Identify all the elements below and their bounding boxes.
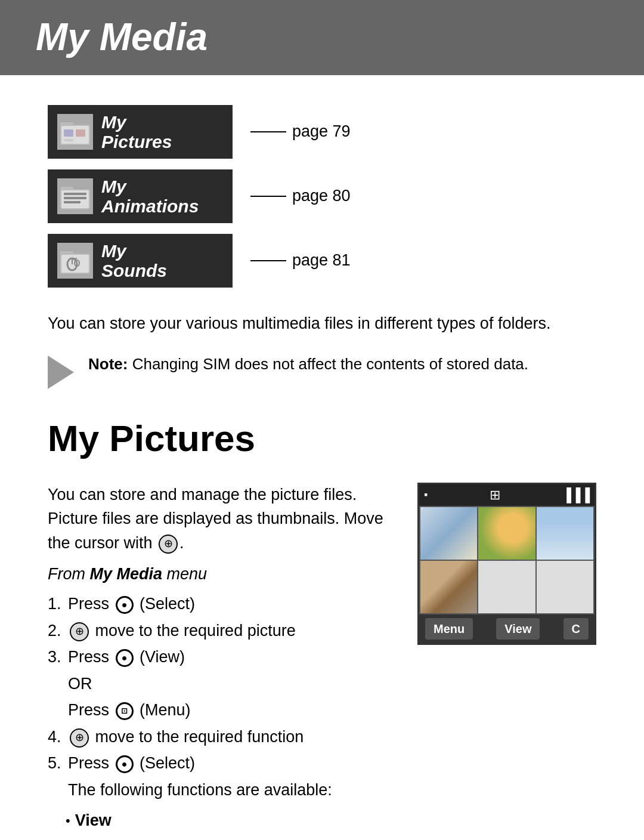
nav-icon-step4: ⊕ (70, 728, 89, 748)
svg-rect-3 (64, 129, 73, 137)
step-functions-header: The following functions are available: (48, 778, 394, 802)
animations-label: My Animations (101, 177, 199, 216)
svg-rect-10 (64, 197, 86, 199)
my-sounds-button[interactable]: My Sounds (48, 234, 233, 288)
step-1: 1. Press ● (Select) (48, 592, 394, 616)
sounds-page-ref: page 81 (250, 249, 351, 272)
thumbnails-grid (419, 506, 595, 614)
thumbnail-1 (420, 507, 477, 560)
pictures-label: My Pictures (101, 112, 172, 152)
pictures-page-ref: page 79 (250, 121, 351, 143)
note-1-text: Note: Changing SIM does not affect the c… (88, 353, 528, 376)
pictures-folder-svg (59, 118, 91, 146)
col-left: You can store and manage the picture fil… (48, 483, 394, 840)
pictures-two-col: You can store and manage the picture fil… (48, 483, 596, 840)
thumbnail-4 (420, 561, 477, 613)
softkey-menu[interactable]: Menu (425, 618, 473, 640)
menu-row-sounds: My Sounds page 81 (48, 234, 596, 288)
view-button-icon: ● (116, 649, 134, 667)
animations-folder-svg (59, 182, 91, 211)
menu-row-animations: My Animations page 80 (48, 169, 596, 223)
phone-statusbar: ▪ ⊞ ▐▐▐ (419, 484, 595, 506)
svg-rect-9 (64, 193, 86, 195)
svg-rect-4 (76, 129, 85, 137)
step-5: 5. Press ● (Select) (48, 751, 394, 776)
animations-page-ref: page 80 (250, 185, 351, 208)
svg-rect-11 (64, 201, 80, 203)
menu-button-icon: ⊡ (116, 702, 134, 720)
header-title: My Media (36, 16, 208, 58)
sounds-label: My Sounds (101, 241, 167, 280)
phone-softkeys: Menu View C (419, 614, 595, 643)
animations-icon (57, 178, 93, 214)
phone-screenshot-col: ▪ ⊞ ▐▐▐ Menu View C (417, 483, 596, 840)
signal-icon: ⊞ (490, 486, 500, 505)
my-animations-button[interactable]: My Animations (48, 169, 233, 223)
pictures-icon (57, 114, 93, 150)
select2-button-icon: ● (116, 755, 134, 773)
func-create-mms: • Create MMS (66, 833, 394, 840)
step-or: OR (48, 672, 394, 696)
svg-rect-5 (64, 139, 73, 141)
note-arrow-icon (48, 356, 74, 389)
nav-cursor-icon: ⊕ (159, 535, 178, 554)
sounds-icon (57, 243, 93, 279)
note-box-1: Note: Changing SIM does not affect the c… (48, 353, 596, 389)
step-menu: Press ⊡ (Menu) (48, 698, 394, 722)
step-2: 2. ⊕ move to the required picture (48, 619, 394, 643)
sounds-folder-svg (59, 246, 91, 275)
my-pictures-heading: My Pictures (48, 413, 596, 465)
step-4: 4. ⊕ move to the required function (48, 725, 394, 749)
my-pictures-button[interactable]: My Pictures (48, 105, 233, 159)
func-view: • View (66, 808, 394, 833)
intro-text: You can store your various multimedia fi… (48, 311, 596, 336)
nav-icon-step2: ⊕ (70, 622, 89, 641)
thumbnail-2 (478, 507, 535, 560)
phone-screen: ▪ ⊞ ▐▐▐ Menu View C (417, 483, 596, 645)
page-header: My Media (0, 0, 644, 75)
functions-list: • View • Create MMS • Set as wallpaper •… (48, 808, 394, 840)
main-content: My Pictures page 79 (0, 75, 644, 840)
steps-list: 1. Press ● (Select) 2. ⊕ move to the req… (48, 592, 394, 802)
thumbnail-6 (537, 561, 593, 613)
select-button-icon: ● (116, 596, 134, 614)
softkey-view[interactable]: View (496, 618, 540, 640)
thumbnail-5 (478, 561, 535, 613)
battery-icon: ▪ (424, 487, 428, 502)
from-menu-label: From My Media menu (48, 563, 394, 586)
menu-row-pictures: My Pictures page 79 (48, 105, 596, 159)
step-3: 3. Press ● (View) (48, 645, 394, 669)
pictures-body-text: You can store and manage the picture fil… (48, 483, 394, 555)
softkey-c[interactable]: C (564, 618, 589, 640)
signal-bars-icon: ▐▐▐ (562, 486, 590, 505)
menu-items-section: My Pictures page 79 (48, 105, 596, 288)
thumbnail-3 (537, 507, 593, 560)
